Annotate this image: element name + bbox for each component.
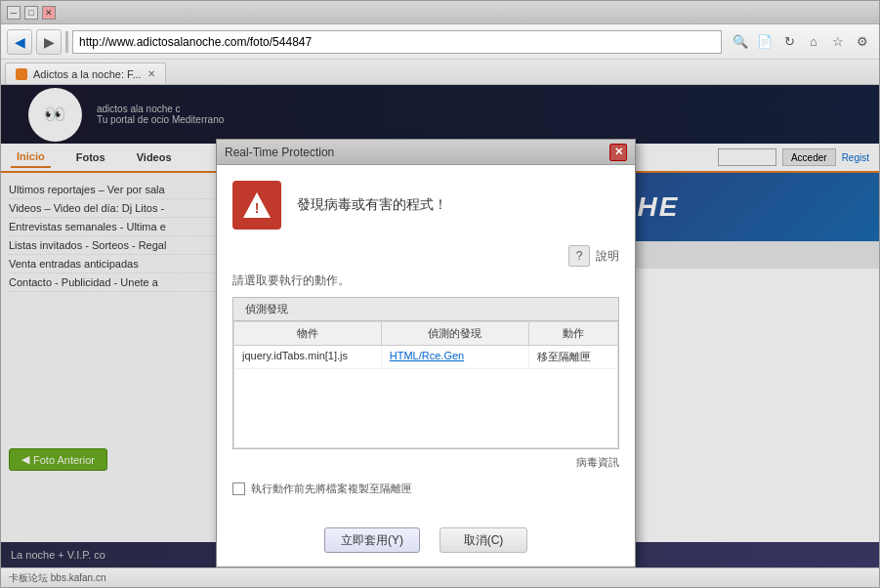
row-detection[interactable]: HTML/Rce.Gen [382,346,529,368]
dialog-help-row: ? 說明 [217,245,635,273]
antivirus-dialog: Real-Time Protection ✕ ! 發現病毒或有害的程式！ ? 說… [216,139,636,567]
help-button[interactable]: ? [568,245,590,267]
tools-icon[interactable]: ⚙ [852,31,873,53]
checkbox-row: 執行動作前先將檔案複製至隔離匣 [232,476,619,502]
virus-info-row: 病毒資訊 [232,449,619,476]
tab-container: 偵測發現 物件 偵測的發現 動作 jquery.idTabs.min[1].js… [232,297,619,449]
search-icon[interactable]: 🔍 [730,31,751,53]
dialog-footer: 立即套用(Y) 取消(C) [217,518,635,567]
help-label: 說明 [596,245,619,267]
star-icon[interactable]: ☆ [827,31,849,53]
address-bar-container [72,30,722,54]
title-bar: ─ □ ✕ [1,1,879,24]
dialog-body: 請選取要執行的動作。 偵測發現 物件 偵測的發現 動作 jquery.idTab… [217,273,635,518]
dialog-title-bar: Real-Time Protection ✕ [217,140,635,165]
tab-bar: Adictos a la noche: F... ✕ [1,60,879,85]
col-detection: 偵測的發現 [382,322,529,345]
table-empty-space [234,369,617,447]
tab-favicon [16,68,27,80]
detection-tab[interactable]: 偵測發現 [233,298,618,321]
row-object: jquery.idTabs.min[1].js [234,346,382,368]
virus-info-link[interactable]: 病毒資訊 [576,455,619,470]
close-btn[interactable]: ✕ [42,6,56,20]
title-bar-left: ─ □ ✕ [7,6,56,20]
dialog-title: Real-Time Protection [225,146,334,159]
action-label: 請選取要執行的動作。 [232,273,619,289]
nav-icons: 🔍 📄 ↻ ⌂ ☆ ⚙ [730,31,873,53]
content-area: 👀 adictos ala noche c Tu portal de ocio … [1,85,879,587]
home-icon[interactable]: ⌂ [803,31,824,53]
address-bar[interactable] [72,30,722,54]
forward-button[interactable]: ▶ [36,29,62,55]
checkbox-label: 執行動作前先將檔案複製至隔離匣 [251,482,412,496]
quarantine-checkbox[interactable] [232,483,245,495]
nav-separator [65,31,68,53]
cancel-button[interactable]: 取消(C) [440,527,527,553]
browser-tab[interactable]: Adictos a la noche: F... ✕ [5,63,166,84]
browser-window: ─ □ ✕ ◀ ▶ 🔍 📄 ↻ ⌂ ☆ ⚙ Adictos a la noche… [0,0,880,588]
refresh-icon[interactable]: ↻ [778,31,800,53]
detection-table: 物件 偵測的發現 動作 jquery.idTabs.min[1].js HTML… [233,321,618,448]
col-object: 物件 [234,322,382,345]
dialog-main-text: 發現病毒或有害的程式！ [297,196,447,214]
apply-button[interactable]: 立即套用(Y) [324,527,420,553]
table-row: jquery.idTabs.min[1].js HTML/Rce.Gen 移至隔… [234,346,617,369]
minimize-btn[interactable]: ─ [7,6,21,20]
tab-close-btn[interactable]: ✕ [147,68,155,79]
col-action: 動作 [529,322,617,345]
dialog-close-btn[interactable]: ✕ [609,144,627,161]
nav-bar: ◀ ▶ 🔍 📄 ↻ ⌂ ☆ ⚙ [1,24,879,60]
status-text: 卡板论坛 bbs.kafan.cn [9,571,105,585]
row-action: 移至隔離匣 [529,346,617,368]
dialog-header: ! 發現病毒或有害的程式！ [217,165,635,245]
compat-icon[interactable]: 📄 [754,31,775,53]
back-button[interactable]: ◀ [7,29,32,55]
status-bar: 卡板论坛 bbs.kafan.cn [1,567,879,587]
maximize-btn[interactable]: □ [24,6,38,20]
warning-icon: ! [232,181,281,230]
tab-title: Adictos a la noche: F... [33,68,142,80]
warning-exclamation: ! [255,200,260,216]
warning-triangle-container: ! [243,192,271,218]
table-header: 物件 偵測的發現 動作 [234,322,617,346]
